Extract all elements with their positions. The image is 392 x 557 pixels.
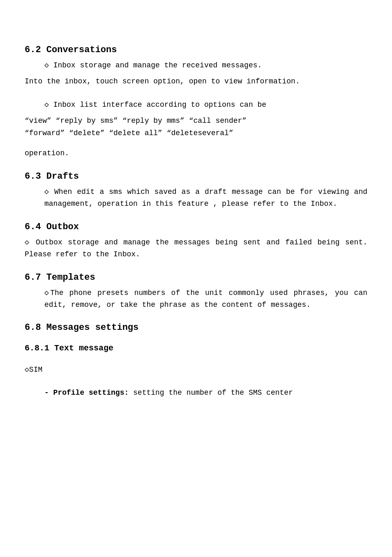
section-6-2: 6.2 Conversations ◇ Inbox storage and ma… [25,43,367,159]
para-6-2-operation: operation. [25,147,367,159]
section-6-8: 6.8 Messages settings 6.8.1 Text message… [25,320,367,399]
section-6-7: 6.7 Templates ◇The phone presets numbers… [25,270,367,311]
heading-6-8-1: 6.8.1 Text message [25,342,367,355]
heading-6-8: 6.8 Messages settings [25,320,367,335]
para-6-2-1: ◇ Inbox storage and manage the received … [44,60,367,71]
para-6-2-3: ◇ Inbox list interface according to opti… [44,99,367,111]
para-6-7-1: ◇The phone presets numbers of the unit c… [44,287,367,311]
para-6-8-profile: - Profile settings: setting the number o… [44,387,367,399]
para-6-4-1: ◇ Outbox storage and manage the messages… [25,237,367,260]
profile-settings-bold: - Profile settings: [44,389,129,397]
document-body: 6.2 Conversations ◇ Inbox storage and ma… [25,43,367,399]
diamond-icon-2: ◇ [44,101,53,109]
heading-6-2: 6.2 Conversations [25,43,367,57]
diamond-icon-5: ◇ [44,289,50,297]
profile-settings-text: setting the number of the SMS center [129,389,293,397]
blank-4 [25,380,367,387]
blank-3 [25,357,367,364]
para-6-2-options-1: “view” “reply by sms” “reply by mms” “ca… [25,115,367,127]
para-6-2-2: Into the inbox, touch screen option, ope… [25,76,367,87]
para-6-8-sim: ◇SIM [25,364,367,376]
heading-6-3: 6.3 Drafts [25,169,367,184]
diamond-icon-3: ◇ [44,188,54,196]
diamond-icon-6: ◇ [25,366,29,374]
heading-6-7: 6.7 Templates [25,270,367,285]
section-6-3: 6.3 Drafts ◇ When edit a sms which saved… [25,169,367,210]
heading-6-4: 6.4 Outbox [25,220,367,234]
section-6-4: 6.4 Outbox ◇ Outbox storage and manage t… [25,220,367,260]
blank-1 [25,92,367,99]
blank-2 [25,140,367,147]
para-6-2-options-2: “forward” “delete” “delete all” “deletes… [25,127,367,139]
para-6-3-1: ◇ When edit a sms which saved as a draft… [44,186,367,210]
diamond-icon-1: ◇ [44,61,53,69]
diamond-icon-4: ◇ [25,238,36,246]
